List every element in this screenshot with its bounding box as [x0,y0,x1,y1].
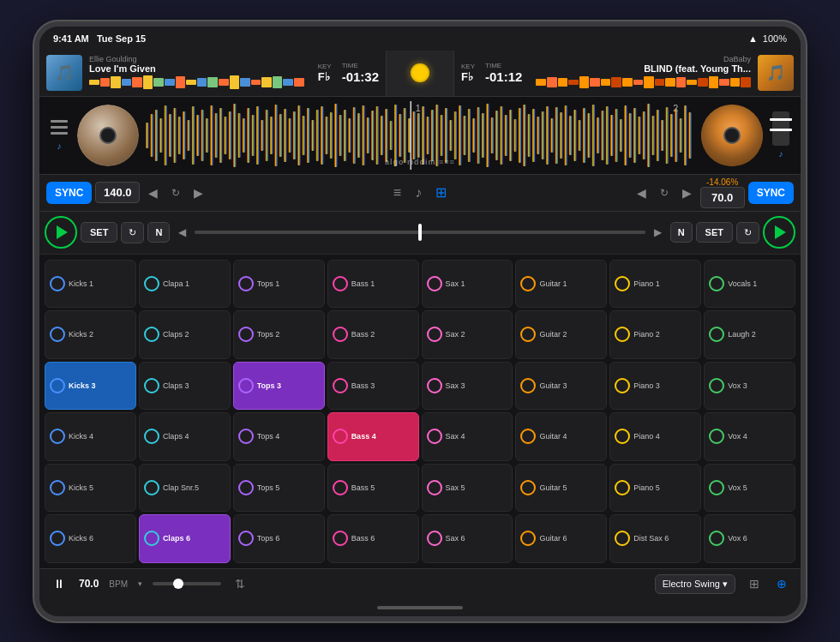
right-eq-controls: ♪ [768,111,794,159]
pad-label: Guitar 1 [539,279,567,288]
next-right-button[interactable]: ▶ [677,183,697,203]
pad-cell[interactable]: Guitar 1 [515,260,607,309]
svg-rect-49 [371,111,374,160]
pad-cell[interactable]: Sax 6 [422,514,513,563]
pad-cell[interactable]: Sax 1 [422,260,513,309]
back-left-btn[interactable]: ◀ [173,223,191,242]
pad-cell[interactable]: Vox 5 [704,464,795,513]
pad-cell[interactable]: Piano 3 [609,362,701,411]
loop-right-button[interactable]: ↻ [655,183,674,202]
pad-cell[interactable]: Piano 4 [609,412,701,461]
pad-cell[interactable]: Guitar 4 [515,412,607,461]
vinyl-left[interactable] [77,105,139,166]
wifi-icon: ▲ [748,33,758,44]
tempo-slider[interactable] [153,582,221,585]
pad-cell[interactable]: Kicks 6 [45,514,136,563]
sync-right-button[interactable]: SYNC [748,182,794,204]
pad-cell[interactable]: Tops 1 [233,260,325,309]
pad-cell[interactable]: Sax 4 [422,412,513,461]
set-left-button[interactable]: SET [81,222,117,243]
svg-rect-62 [417,113,420,158]
loop-left-button[interactable]: ↻ [166,183,185,202]
svg-rect-30 [284,109,286,162]
loop-right-btn[interactable]: ↻ [736,222,759,243]
pad-cell[interactable]: Kicks 2 [45,310,136,359]
pad-cell[interactable]: Guitar 6 [515,514,607,563]
pad-ring [238,327,254,342]
pad-cell[interactable]: Kicks 3 [45,362,136,411]
pad-cell[interactable]: Piano 1 [609,260,701,309]
eq-center-button[interactable]: ≡ [390,182,405,204]
pad-cell[interactable]: Vocals 1 [704,260,795,309]
svg-rect-0 [146,123,148,148]
note-center-button[interactable]: ♪ [411,182,425,204]
pad-ring [615,429,630,444]
svg-rect-108 [629,113,632,158]
pad-cell[interactable]: Tops 4 [233,412,325,461]
pad-cell[interactable]: Vox 6 [704,514,795,563]
fwd-right-btn[interactable]: ▶ [649,223,667,242]
pad-cell[interactable]: Bass 5 [327,464,419,513]
pad-cell[interactable]: Bass 2 [327,310,419,359]
next-left-button[interactable]: ▶ [189,183,208,203]
n-left-button[interactable]: N [147,222,170,243]
pad-cell[interactable]: Bass 3 [327,362,419,411]
crossfader-dot[interactable] [411,63,429,82]
grid-icon-button[interactable]: ⊞ [746,573,763,594]
pad-cell[interactable]: Guitar 2 [515,310,607,359]
pad-ring [520,429,536,444]
svg-rect-23 [252,115,255,156]
pad-cell[interactable]: Piano 2 [609,310,701,359]
pad-cell[interactable]: Kicks 4 [45,412,136,461]
svg-rect-17 [224,117,226,154]
pad-cell[interactable]: Clapa 1 [139,260,231,309]
play-right-button[interactable] [763,216,795,249]
pause-button[interactable]: ⏸ [50,573,69,594]
pad-cell[interactable]: Tops 2 [233,310,325,359]
pad-cell[interactable]: Claps 6 [139,514,231,563]
svg-rect-96 [573,110,576,161]
pad-cell[interactable]: Claps 3 [139,362,231,411]
pad-cell[interactable]: Piano 5 [609,464,701,513]
pad-label: Kicks 1 [69,279,93,288]
plus-circle-button[interactable]: ⊕ [773,573,790,594]
grid-center-button[interactable]: ⊞ [432,181,450,204]
pad-cell[interactable]: Claps 4 [139,412,231,461]
play-left-button[interactable] [45,216,77,249]
pad-cell[interactable]: Claps 2 [139,310,231,359]
n-right-button[interactable]: N [670,222,693,243]
pad-cell[interactable]: Vox 4 [704,412,795,461]
pad-label: Claps 2 [163,330,189,339]
svg-rect-113 [651,116,654,155]
pad-cell[interactable]: Bass 4 [327,412,419,461]
prev-right-button[interactable]: ◀ [632,183,651,203]
pad-cell[interactable]: Bass 1 [327,260,419,309]
pad-cell[interactable]: Tops 5 [233,464,325,513]
svg-rect-29 [279,114,282,157]
pad-cell[interactable]: Dist Sax 6 [609,514,701,563]
mixer-icon-button[interactable]: ⇅ [231,573,249,594]
pad-cell[interactable]: Guitar 3 [515,362,607,411]
pad-cell[interactable]: Sax 3 [422,362,513,411]
pad-cell[interactable]: Sax 5 [422,464,513,513]
pad-cell[interactable]: Vox 3 [704,362,795,411]
pad-cell[interactable]: Tops 3 [233,362,325,411]
pad-cell[interactable]: Laugh 2 [704,310,795,359]
pad-cell[interactable]: Sax 2 [422,310,513,359]
vinyl-right[interactable] [701,105,763,166]
genre-selector[interactable]: Electro Swing ▾ [655,574,735,594]
sync-left-button[interactable]: SYNC [46,182,92,204]
pad-cell[interactable]: Bass 6 [327,514,419,563]
pad-label: Guitar 5 [539,483,567,492]
pad-cell[interactable]: Tops 6 [233,514,325,563]
set-right-button[interactable]: SET [696,222,733,243]
loop-left-btn[interactable]: ↻ [121,222,144,243]
pad-label: Tops 1 [257,279,280,288]
pad-cell[interactable]: Kicks 5 [45,464,136,513]
waveform-main[interactable]: 1 2 [144,101,696,170]
pad-cell[interactable]: Clap Snr.5 [139,464,231,513]
pitch-slider-left[interactable] [195,231,645,234]
pad-cell[interactable]: Kicks 1 [45,260,136,309]
pad-cell[interactable]: Guitar 5 [515,464,607,513]
prev-left-button[interactable]: ◀ [143,183,163,203]
